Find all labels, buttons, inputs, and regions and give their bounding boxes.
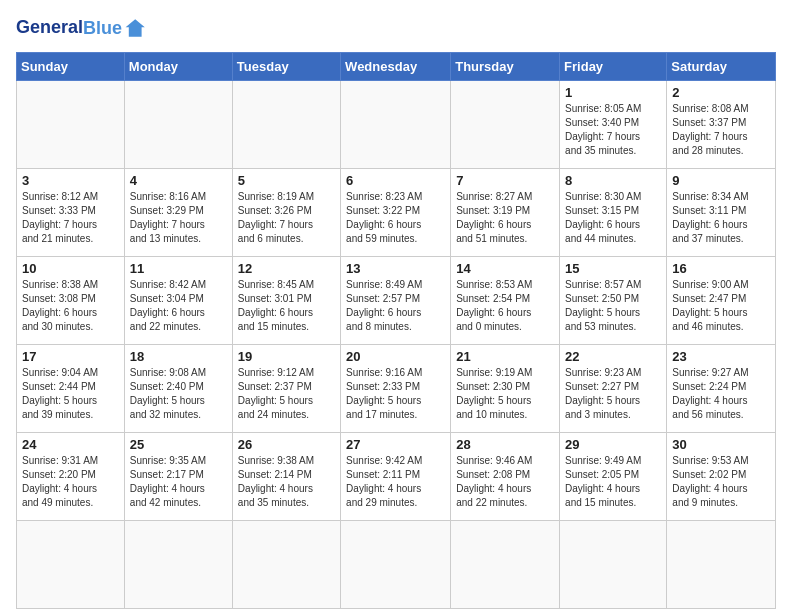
calendar-cell: 2Sunrise: 8:08 AM Sunset: 3:37 PM Daylig… — [667, 81, 776, 169]
calendar-cell: 4Sunrise: 8:16 AM Sunset: 3:29 PM Daylig… — [124, 169, 232, 257]
weekday-header-friday: Friday — [560, 53, 667, 81]
calendar-cell — [232, 81, 340, 169]
calendar-cell: 19Sunrise: 9:12 AM Sunset: 2:37 PM Dayli… — [232, 345, 340, 433]
day-info: Sunrise: 8:49 AM Sunset: 2:57 PM Dayligh… — [346, 278, 445, 334]
calendar-cell: 23Sunrise: 9:27 AM Sunset: 2:24 PM Dayli… — [667, 345, 776, 433]
day-info: Sunrise: 8:42 AM Sunset: 3:04 PM Dayligh… — [130, 278, 227, 334]
calendar-cell — [451, 521, 560, 609]
day-info: Sunrise: 8:34 AM Sunset: 3:11 PM Dayligh… — [672, 190, 770, 246]
day-number: 28 — [456, 437, 554, 452]
calendar-cell — [17, 81, 125, 169]
calendar-week-row: 24Sunrise: 9:31 AM Sunset: 2:20 PM Dayli… — [17, 433, 776, 521]
day-number: 30 — [672, 437, 770, 452]
calendar-cell: 3Sunrise: 8:12 AM Sunset: 3:33 PM Daylig… — [17, 169, 125, 257]
calendar-cell: 8Sunrise: 8:30 AM Sunset: 3:15 PM Daylig… — [560, 169, 667, 257]
day-info: Sunrise: 9:23 AM Sunset: 2:27 PM Dayligh… — [565, 366, 661, 422]
weekday-header-sunday: Sunday — [17, 53, 125, 81]
calendar-cell — [451, 81, 560, 169]
day-number: 10 — [22, 261, 119, 276]
day-number: 12 — [238, 261, 335, 276]
calendar-week-row: 1Sunrise: 8:05 AM Sunset: 3:40 PM Daylig… — [17, 81, 776, 169]
day-number: 6 — [346, 173, 445, 188]
day-info: Sunrise: 8:57 AM Sunset: 2:50 PM Dayligh… — [565, 278, 661, 334]
day-number: 25 — [130, 437, 227, 452]
day-info: Sunrise: 9:00 AM Sunset: 2:47 PM Dayligh… — [672, 278, 770, 334]
calendar-cell — [17, 521, 125, 609]
weekday-header-tuesday: Tuesday — [232, 53, 340, 81]
day-info: Sunrise: 9:42 AM Sunset: 2:11 PM Dayligh… — [346, 454, 445, 510]
calendar-cell: 17Sunrise: 9:04 AM Sunset: 2:44 PM Dayli… — [17, 345, 125, 433]
day-number: 26 — [238, 437, 335, 452]
calendar-cell — [124, 521, 232, 609]
day-info: Sunrise: 8:45 AM Sunset: 3:01 PM Dayligh… — [238, 278, 335, 334]
calendar-cell: 28Sunrise: 9:46 AM Sunset: 2:08 PM Dayli… — [451, 433, 560, 521]
calendar-cell: 13Sunrise: 8:49 AM Sunset: 2:57 PM Dayli… — [341, 257, 451, 345]
day-info: Sunrise: 8:08 AM Sunset: 3:37 PM Dayligh… — [672, 102, 770, 158]
calendar-cell: 29Sunrise: 9:49 AM Sunset: 2:05 PM Dayli… — [560, 433, 667, 521]
day-number: 5 — [238, 173, 335, 188]
day-info: Sunrise: 9:38 AM Sunset: 2:14 PM Dayligh… — [238, 454, 335, 510]
day-number: 14 — [456, 261, 554, 276]
day-number: 20 — [346, 349, 445, 364]
day-number: 3 — [22, 173, 119, 188]
day-number: 1 — [565, 85, 661, 100]
calendar-cell: 10Sunrise: 8:38 AM Sunset: 3:08 PM Dayli… — [17, 257, 125, 345]
calendar-cell: 11Sunrise: 8:42 AM Sunset: 3:04 PM Dayli… — [124, 257, 232, 345]
calendar-cell: 27Sunrise: 9:42 AM Sunset: 2:11 PM Dayli… — [341, 433, 451, 521]
calendar-cell — [232, 521, 340, 609]
logo: GeneralBlue — [16, 16, 148, 40]
calendar-cell: 30Sunrise: 9:53 AM Sunset: 2:02 PM Dayli… — [667, 433, 776, 521]
day-info: Sunrise: 8:12 AM Sunset: 3:33 PM Dayligh… — [22, 190, 119, 246]
weekday-header-wednesday: Wednesday — [341, 53, 451, 81]
day-info: Sunrise: 8:27 AM Sunset: 3:19 PM Dayligh… — [456, 190, 554, 246]
day-number: 27 — [346, 437, 445, 452]
calendar-cell — [667, 521, 776, 609]
day-number: 16 — [672, 261, 770, 276]
calendar-cell: 18Sunrise: 9:08 AM Sunset: 2:40 PM Dayli… — [124, 345, 232, 433]
calendar-cell: 21Sunrise: 9:19 AM Sunset: 2:30 PM Dayli… — [451, 345, 560, 433]
day-number: 29 — [565, 437, 661, 452]
logo-text: General — [16, 17, 83, 39]
day-info: Sunrise: 9:12 AM Sunset: 2:37 PM Dayligh… — [238, 366, 335, 422]
calendar-cell: 12Sunrise: 8:45 AM Sunset: 3:01 PM Dayli… — [232, 257, 340, 345]
calendar-cell: 20Sunrise: 9:16 AM Sunset: 2:33 PM Dayli… — [341, 345, 451, 433]
calendar-week-row: 3Sunrise: 8:12 AM Sunset: 3:33 PM Daylig… — [17, 169, 776, 257]
day-number: 2 — [672, 85, 770, 100]
day-number: 23 — [672, 349, 770, 364]
day-info: Sunrise: 9:04 AM Sunset: 2:44 PM Dayligh… — [22, 366, 119, 422]
day-info: Sunrise: 9:49 AM Sunset: 2:05 PM Dayligh… — [565, 454, 661, 510]
day-number: 13 — [346, 261, 445, 276]
calendar: SundayMondayTuesdayWednesdayThursdayFrid… — [16, 52, 776, 609]
day-info: Sunrise: 9:27 AM Sunset: 2:24 PM Dayligh… — [672, 366, 770, 422]
calendar-cell: 15Sunrise: 8:57 AM Sunset: 2:50 PM Dayli… — [560, 257, 667, 345]
weekday-header-monday: Monday — [124, 53, 232, 81]
day-number: 24 — [22, 437, 119, 452]
day-info: Sunrise: 8:53 AM Sunset: 2:54 PM Dayligh… — [456, 278, 554, 334]
day-number: 7 — [456, 173, 554, 188]
day-info: Sunrise: 9:19 AM Sunset: 2:30 PM Dayligh… — [456, 366, 554, 422]
day-info: Sunrise: 8:05 AM Sunset: 3:40 PM Dayligh… — [565, 102, 661, 158]
calendar-cell: 1Sunrise: 8:05 AM Sunset: 3:40 PM Daylig… — [560, 81, 667, 169]
day-number: 19 — [238, 349, 335, 364]
calendar-cell — [124, 81, 232, 169]
day-number: 15 — [565, 261, 661, 276]
day-info: Sunrise: 8:38 AM Sunset: 3:08 PM Dayligh… — [22, 278, 119, 334]
calendar-cell: 7Sunrise: 8:27 AM Sunset: 3:19 PM Daylig… — [451, 169, 560, 257]
day-info: Sunrise: 9:16 AM Sunset: 2:33 PM Dayligh… — [346, 366, 445, 422]
day-info: Sunrise: 9:31 AM Sunset: 2:20 PM Dayligh… — [22, 454, 119, 510]
day-info: Sunrise: 9:46 AM Sunset: 2:08 PM Dayligh… — [456, 454, 554, 510]
calendar-cell — [560, 521, 667, 609]
day-number: 9 — [672, 173, 770, 188]
day-number: 17 — [22, 349, 119, 364]
day-info: Sunrise: 9:35 AM Sunset: 2:17 PM Dayligh… — [130, 454, 227, 510]
calendar-cell: 16Sunrise: 9:00 AM Sunset: 2:47 PM Dayli… — [667, 257, 776, 345]
calendar-week-row: 17Sunrise: 9:04 AM Sunset: 2:44 PM Dayli… — [17, 345, 776, 433]
calendar-cell: 14Sunrise: 8:53 AM Sunset: 2:54 PM Dayli… — [451, 257, 560, 345]
svg-marker-0 — [126, 19, 145, 37]
calendar-cell: 5Sunrise: 8:19 AM Sunset: 3:26 PM Daylig… — [232, 169, 340, 257]
calendar-week-row — [17, 521, 776, 609]
logo-icon — [124, 16, 148, 40]
calendar-week-row: 10Sunrise: 8:38 AM Sunset: 3:08 PM Dayli… — [17, 257, 776, 345]
day-number: 18 — [130, 349, 227, 364]
calendar-cell — [341, 81, 451, 169]
